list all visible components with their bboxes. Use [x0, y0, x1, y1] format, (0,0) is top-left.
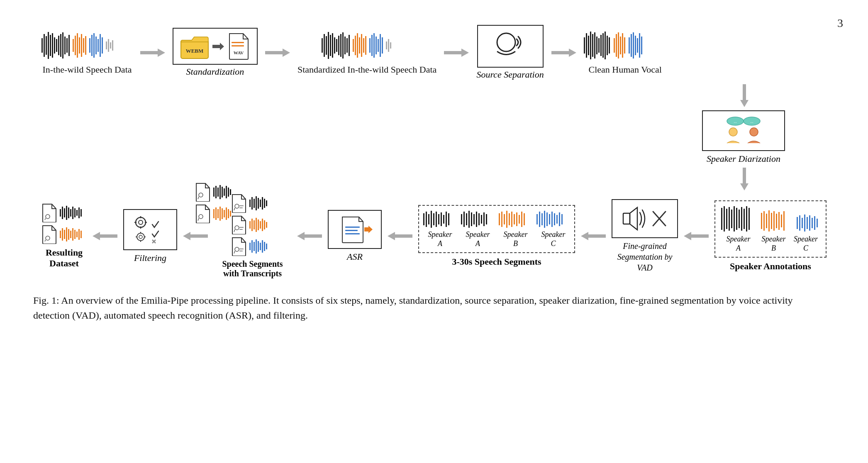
- svg-rect-286: [222, 208, 223, 219]
- step-std-data: Standardized In-the-wild Speech Data: [297, 30, 436, 75]
- svg-point-134: [139, 220, 143, 224]
- svg-rect-200: [448, 213, 449, 225]
- svg-rect-124: [66, 227, 67, 241]
- svg-rect-259: [778, 212, 780, 230]
- svg-rect-181: [262, 240, 263, 253]
- svg-rect-203: [466, 213, 467, 225]
- transcript-doc-black: [231, 194, 274, 213]
- svg-rect-20: [85, 36, 86, 55]
- svg-marker-147: [183, 232, 208, 240]
- svg-rect-242: [726, 209, 727, 229]
- svg-rect-247: [739, 210, 740, 228]
- left-arrow-icon-6: [684, 229, 709, 244]
- svg-rect-62: [371, 35, 373, 56]
- svg-marker-234: [581, 232, 606, 240]
- svg-rect-185: [345, 227, 360, 228]
- svg-rect-61: [369, 38, 371, 53]
- svg-rect-190: [423, 213, 424, 225]
- svg-rect-155: [258, 198, 259, 209]
- segments-grid: [422, 210, 571, 229]
- svg-rect-264: [802, 218, 803, 228]
- svg-rect-167: [258, 219, 259, 230]
- svg-rect-193: [431, 211, 432, 228]
- svg-point-72: [497, 33, 515, 51]
- svg-text:WAV: WAV: [234, 50, 244, 55]
- result-doc-black: [41, 203, 87, 222]
- svg-rect-25: [98, 39, 99, 52]
- svg-rect-162: [239, 229, 243, 230]
- svg-rect-229: [551, 212, 553, 227]
- svg-rect-186: [345, 230, 358, 231]
- arrow-down-2: [33, 168, 835, 190]
- std-icons: WEBM WAV: [180, 33, 250, 60]
- waveform-blue-t: [249, 239, 274, 254]
- waveform-black-t: [249, 195, 274, 211]
- svg-rect-248: [741, 207, 742, 231]
- svg-rect-196: [438, 214, 439, 224]
- svg-rect-63: [373, 33, 375, 58]
- asr-icon: [336, 215, 373, 244]
- svg-rect-126: [70, 231, 71, 238]
- annotations-label: Speaker Annotations: [730, 261, 811, 272]
- svg-rect-58: [361, 34, 362, 57]
- svg-rect-265: [804, 214, 805, 232]
- svg-rect-223: [536, 214, 538, 224]
- svg-rect-16: [77, 33, 78, 58]
- svg-rect-173: [239, 249, 244, 249]
- svg-rect-154: [256, 196, 257, 210]
- svg-rect-207: [476, 212, 477, 227]
- svg-rect-232: [559, 212, 560, 226]
- svg-rect-261: [783, 211, 785, 231]
- svg-rect-119: [80, 209, 82, 217]
- source-sep-label: Source Separation: [476, 69, 544, 80]
- pre-filter-orange: [195, 204, 236, 223]
- svg-rect-166: [256, 218, 257, 232]
- svg-rect-70: [390, 42, 391, 49]
- svg-rect-163: [249, 221, 251, 229]
- ann-label-a: Speaker A: [721, 235, 756, 253]
- svg-rect-85: [607, 36, 608, 55]
- svg-rect-121: [60, 231, 61, 238]
- doc-icon-orange: [41, 225, 57, 244]
- svg-rect-235: [623, 213, 630, 224]
- svg-rect-56: [357, 33, 358, 58]
- svg-rect-4: [50, 35, 51, 56]
- svg-rect-129: [76, 232, 78, 237]
- asr-box: [328, 210, 382, 249]
- svg-rect-52: [346, 38, 348, 53]
- seg-label-a1: Speaker A: [422, 230, 458, 248]
- svg-rect-67: [382, 37, 383, 54]
- svg-rect-65: [378, 39, 379, 52]
- svg-rect-254: [766, 214, 767, 228]
- arrow-3-4: [444, 45, 469, 60]
- svg-rect-288: [226, 207, 227, 220]
- transcripts-docs: [231, 194, 274, 256]
- svg-rect-98: [639, 33, 640, 58]
- segment-speaker-labels: Speaker A Speaker A Speaker B Speaker C: [422, 230, 571, 248]
- step-source-separation: Source Separation: [476, 25, 544, 80]
- doc-icon-t3: [231, 237, 247, 256]
- svg-rect-84: [605, 32, 606, 59]
- svg-rect-112: [66, 206, 67, 220]
- svg-text:WEBM: WEBM: [186, 48, 204, 54]
- svg-rect-127: [72, 228, 73, 241]
- svg-rect-274: [217, 188, 219, 197]
- svg-rect-24: [95, 37, 97, 54]
- svg-rect-253: [763, 211, 765, 231]
- transcript-doc-blue: [231, 237, 274, 256]
- page-number: 3: [837, 17, 843, 30]
- step-result-dataset: Resulting Dataset: [41, 203, 87, 269]
- svg-point-106: [750, 128, 758, 136]
- svg-rect-280: [230, 189, 231, 195]
- svg-rect-226: [544, 211, 545, 228]
- svg-rect-270: [817, 219, 818, 227]
- svg-rect-80: [596, 37, 597, 54]
- svg-rect-17: [79, 37, 80, 54]
- svg-marker-132: [93, 232, 117, 240]
- webm-icon: WEBM: [180, 33, 209, 60]
- pre-filter-doc-black: [195, 183, 211, 202]
- svg-rect-218: [514, 214, 515, 224]
- svg-rect-195: [436, 212, 437, 227]
- arrow-2-3: [265, 45, 290, 60]
- svg-rect-268: [812, 218, 813, 228]
